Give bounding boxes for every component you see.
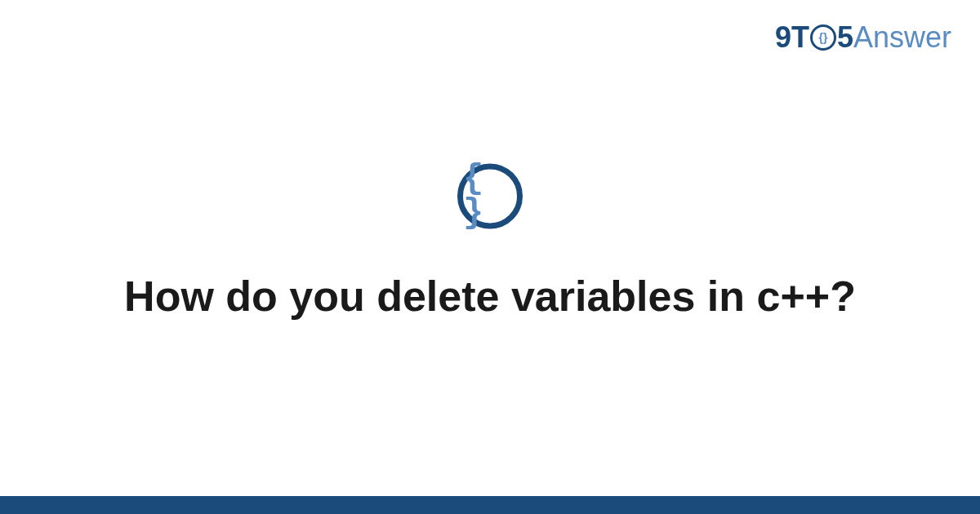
logo-text-answer: Answer: [853, 20, 951, 55]
footer-bar: [0, 496, 980, 514]
main-content: { } How do you delete variables in c++?: [0, 163, 980, 325]
logo-text-9t: 9T: [775, 20, 809, 55]
code-braces-icon: { }: [457, 163, 523, 228]
logo-o-icon: {}: [809, 24, 837, 51]
logo-o-inner-braces: {}: [818, 32, 827, 43]
braces-glyph: { }: [463, 162, 517, 230]
logo-text-5: 5: [837, 20, 853, 55]
question-title: How do you delete variables in c++?: [124, 269, 856, 325]
site-logo[interactable]: 9T {} 5 Answer: [775, 20, 951, 55]
